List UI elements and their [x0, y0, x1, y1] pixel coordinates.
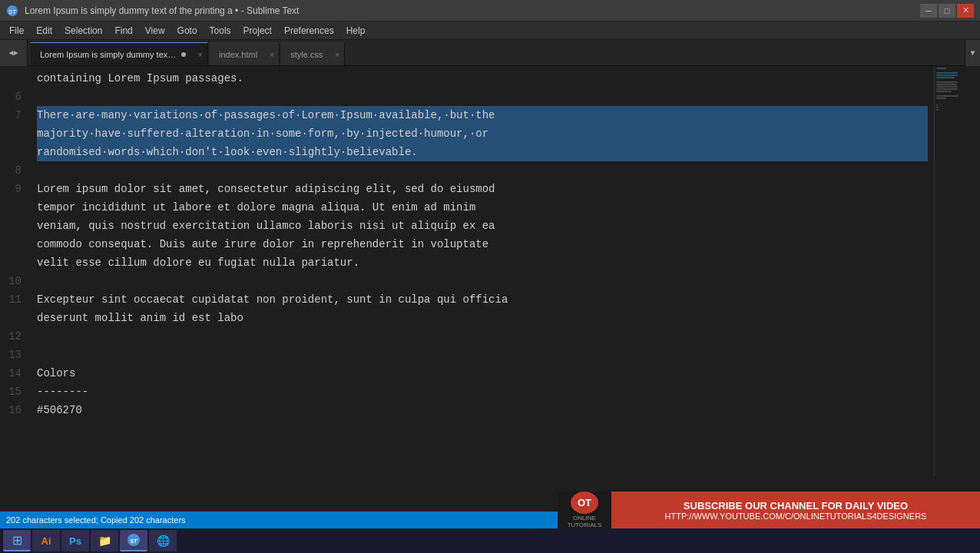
sublime-icon: ST	[127, 533, 141, 547]
menu-item-goto[interactable]: Goto	[171, 24, 204, 38]
minimize-button[interactable]: ─	[920, 4, 937, 18]
tab-label: index.html	[219, 50, 257, 59]
taskbar: ⊞ Ai Ps 📁 ST 🌐	[0, 528, 980, 553]
start-button[interactable]: ⊞	[3, 530, 31, 551]
tab-dropdown-button[interactable]: ▼	[965, 40, 980, 66]
taskbar-left: ⊞ Ai Ps 📁 ST 🌐	[3, 530, 177, 551]
line-number: 16	[0, 401, 22, 419]
tab-tab3[interactable]: style.css×	[281, 42, 345, 65]
photoshop-button[interactable]: Ps	[61, 530, 89, 551]
ps-icon: Ps	[69, 535, 81, 547]
illustrator-button[interactable]: Ai	[32, 530, 60, 551]
line-number: 13	[0, 346, 22, 364]
title-bar-left: ST Lorem Ipsum is simply dummy text of t…	[6, 5, 299, 17]
code-line: --------	[37, 382, 928, 401]
code-line	[37, 161, 928, 180]
menu-item-find[interactable]: Find	[108, 24, 138, 38]
maximize-button[interactable]: □	[939, 4, 955, 18]
line-number: 14	[0, 364, 22, 382]
status-message: 202 characters selected; Copied 202 char…	[6, 515, 186, 525]
menu-item-tools[interactable]: Tools	[204, 24, 237, 38]
minimap-line	[936, 77, 955, 78]
minimap-line	[936, 104, 938, 106]
menu-item-preferences[interactable]: Preferences	[278, 24, 340, 38]
menu-item-view[interactable]: View	[139, 24, 171, 38]
line-number	[0, 69, 22, 88]
windows-icon: ⊞	[12, 533, 22, 548]
file-explorer-button[interactable]: 📁	[91, 530, 118, 551]
menu-item-project[interactable]: Project	[237, 24, 278, 38]
minimap-line	[936, 109, 939, 111]
code-line: velit esse cillum dolore eu fugiat nulla…	[37, 253, 928, 272]
line-number	[0, 198, 22, 217]
code-line	[37, 346, 928, 364]
code-line	[37, 272, 928, 290]
tab-navigation[interactable]: ◄ ►	[0, 40, 28, 66]
tab-tab1[interactable]: Lorem Ipsum is simply dummy text of the …	[31, 42, 208, 65]
line-number	[0, 124, 22, 143]
ot-label: ONLINETUTORIALS	[568, 515, 602, 528]
code-line	[37, 88, 928, 106]
chrome-button[interactable]: 🌐	[149, 530, 177, 551]
line-number	[0, 235, 22, 253]
folder-icon: 📁	[98, 535, 111, 547]
menu-item-selection[interactable]: Selection	[58, 24, 108, 38]
code-line: majority·have·suffered·alteration·in·som…	[37, 124, 928, 143]
minimap-line	[936, 107, 939, 108]
line-number	[0, 309, 22, 327]
menu-item-help[interactable]: Help	[340, 24, 372, 38]
minimap-line	[936, 84, 957, 85]
dropdown-arrow-icon: ▼	[970, 49, 975, 58]
close-button[interactable]: ✕	[957, 4, 974, 18]
editor-container: 678910111213141516 containing Lorem Ipsu…	[0, 66, 980, 476]
minimap-line	[936, 72, 958, 74]
code-line: There·are·many·variations·of·passages·of…	[37, 106, 928, 124]
minimap-line	[936, 68, 946, 69]
minimap-line	[936, 81, 958, 83]
svg-text:ST: ST	[131, 538, 138, 544]
tab-label: style.css	[290, 50, 323, 59]
code-line: tempor incididunt ut labore et dolore ma…	[37, 198, 928, 217]
code-area[interactable]: containing Lorem Ipsum passages.There·ar…	[31, 66, 934, 476]
line-number: 10	[0, 272, 22, 290]
svg-text:ST: ST	[8, 8, 16, 15]
line-number: 11	[0, 290, 22, 309]
tab-tab2[interactable]: index.html×	[210, 42, 280, 65]
code-line: randomised·words·which·don't·look·even·s…	[37, 143, 928, 161]
sublime-text-button[interactable]: ST	[120, 530, 147, 551]
chrome-icon: 🌐	[157, 535, 170, 547]
code-line: #506270	[37, 401, 928, 419]
code-line: Colors	[37, 364, 928, 382]
menu-item-edit[interactable]: Edit	[30, 24, 58, 38]
code-line: containing Lorem Ipsum passages.	[37, 69, 928, 88]
window-controls: ─ □ ✕	[920, 4, 974, 18]
forward-arrow-icon: ►	[14, 49, 18, 58]
tab-close-button[interactable]: ×	[335, 50, 339, 59]
tab-close-button[interactable]: ×	[198, 50, 203, 59]
line-number	[0, 143, 22, 161]
subscribe-line1: SUBSCRIBE OUR CHANNEL FOR DAILY VIDEO	[684, 500, 908, 512]
subscribe-line2: HTTP://WWW.YOUTUBE.COM/C/ONLINETUTORIALS…	[665, 512, 927, 521]
line-number: 9	[0, 180, 22, 198]
tab-close-button[interactable]: ×	[270, 50, 274, 59]
code-line: Lorem ipsum dolor sit amet, consectetur …	[37, 180, 928, 198]
menu-item-file[interactable]: File	[3, 24, 30, 38]
line-number: 15	[0, 382, 22, 401]
minimap-line	[936, 95, 958, 97]
code-line: deserunt mollit anim id est labo	[37, 309, 928, 327]
minimap	[934, 66, 980, 476]
line-number	[0, 253, 22, 272]
line-number: 12	[0, 327, 22, 346]
line-number: 6	[0, 88, 22, 106]
minimap-line	[936, 86, 958, 88]
line-number: 7	[0, 106, 22, 124]
app-icon: ST	[6, 5, 18, 17]
ot-logo: OT ONLINETUTORIALS	[558, 492, 611, 528]
tab-modified-indicator	[181, 52, 186, 57]
minimap-line	[936, 75, 958, 76]
ai-icon: Ai	[41, 535, 51, 547]
menu-bar: FileEditSelectionFindViewGotoToolsProjec…	[0, 22, 980, 40]
minimap-content	[935, 66, 980, 113]
minimap-line	[936, 98, 946, 99]
line-number	[0, 217, 22, 235]
